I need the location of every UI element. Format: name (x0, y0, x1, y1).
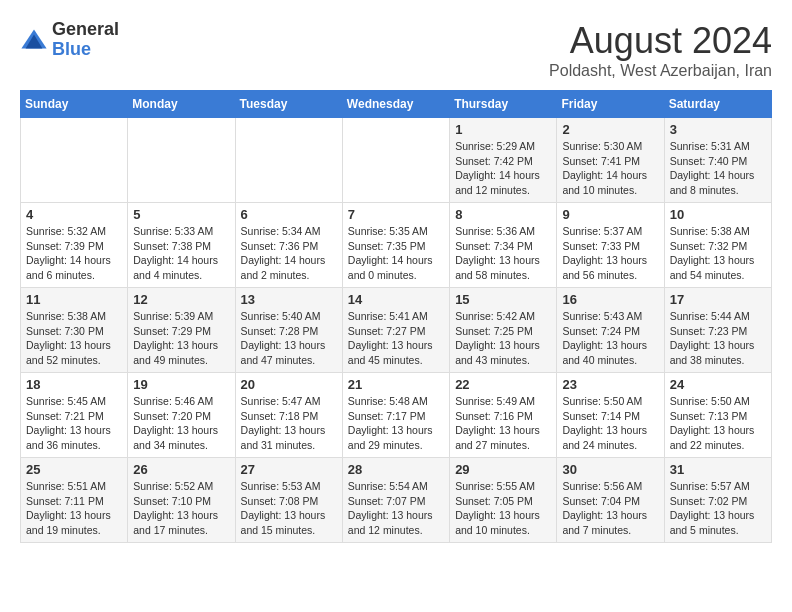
calendar-cell: 3Sunrise: 5:31 AMSunset: 7:40 PMDaylight… (664, 118, 771, 203)
cell-content: Sunrise: 5:52 AMSunset: 7:10 PMDaylight:… (133, 479, 229, 538)
day-number: 8 (455, 207, 551, 222)
day-number: 28 (348, 462, 444, 477)
calendar-cell: 5Sunrise: 5:33 AMSunset: 7:38 PMDaylight… (128, 203, 235, 288)
day-number: 3 (670, 122, 766, 137)
cell-content: Sunrise: 5:47 AMSunset: 7:18 PMDaylight:… (241, 394, 337, 453)
day-number: 14 (348, 292, 444, 307)
day-number: 27 (241, 462, 337, 477)
cell-content: Sunrise: 5:50 AMSunset: 7:14 PMDaylight:… (562, 394, 658, 453)
header-tuesday: Tuesday (235, 91, 342, 118)
cell-content: Sunrise: 5:46 AMSunset: 7:20 PMDaylight:… (133, 394, 229, 453)
day-number: 1 (455, 122, 551, 137)
header-row: Sunday Monday Tuesday Wednesday Thursday… (21, 91, 772, 118)
calendar-cell: 1Sunrise: 5:29 AMSunset: 7:42 PMDaylight… (450, 118, 557, 203)
cell-content: Sunrise: 5:29 AMSunset: 7:42 PMDaylight:… (455, 139, 551, 198)
cell-content: Sunrise: 5:39 AMSunset: 7:29 PMDaylight:… (133, 309, 229, 368)
cell-content: Sunrise: 5:41 AMSunset: 7:27 PMDaylight:… (348, 309, 444, 368)
header-wednesday: Wednesday (342, 91, 449, 118)
calendar-cell: 26Sunrise: 5:52 AMSunset: 7:10 PMDayligh… (128, 458, 235, 543)
day-number: 31 (670, 462, 766, 477)
header-friday: Friday (557, 91, 664, 118)
day-number: 5 (133, 207, 229, 222)
day-number: 23 (562, 377, 658, 392)
logo-text: General Blue (52, 20, 119, 60)
cell-content: Sunrise: 5:44 AMSunset: 7:23 PMDaylight:… (670, 309, 766, 368)
header-sunday: Sunday (21, 91, 128, 118)
calendar-cell: 28Sunrise: 5:54 AMSunset: 7:07 PMDayligh… (342, 458, 449, 543)
cell-content: Sunrise: 5:36 AMSunset: 7:34 PMDaylight:… (455, 224, 551, 283)
day-number: 19 (133, 377, 229, 392)
day-number: 15 (455, 292, 551, 307)
calendar-week-4: 25Sunrise: 5:51 AMSunset: 7:11 PMDayligh… (21, 458, 772, 543)
calendar-cell: 25Sunrise: 5:51 AMSunset: 7:11 PMDayligh… (21, 458, 128, 543)
cell-content: Sunrise: 5:33 AMSunset: 7:38 PMDaylight:… (133, 224, 229, 283)
calendar-cell: 4Sunrise: 5:32 AMSunset: 7:39 PMDaylight… (21, 203, 128, 288)
day-number: 21 (348, 377, 444, 392)
cell-content: Sunrise: 5:32 AMSunset: 7:39 PMDaylight:… (26, 224, 122, 283)
day-number: 16 (562, 292, 658, 307)
day-number: 30 (562, 462, 658, 477)
calendar-week-1: 4Sunrise: 5:32 AMSunset: 7:39 PMDaylight… (21, 203, 772, 288)
cell-content: Sunrise: 5:56 AMSunset: 7:04 PMDaylight:… (562, 479, 658, 538)
cell-content: Sunrise: 5:49 AMSunset: 7:16 PMDaylight:… (455, 394, 551, 453)
day-number: 22 (455, 377, 551, 392)
calendar-cell: 6Sunrise: 5:34 AMSunset: 7:36 PMDaylight… (235, 203, 342, 288)
calendar-cell: 17Sunrise: 5:44 AMSunset: 7:23 PMDayligh… (664, 288, 771, 373)
calendar-cell (342, 118, 449, 203)
calendar-header: Sunday Monday Tuesday Wednesday Thursday… (21, 91, 772, 118)
title-block: August 2024 Poldasht, West Azerbaijan, I… (549, 20, 772, 80)
calendar-cell: 27Sunrise: 5:53 AMSunset: 7:08 PMDayligh… (235, 458, 342, 543)
calendar-cell: 24Sunrise: 5:50 AMSunset: 7:13 PMDayligh… (664, 373, 771, 458)
calendar-cell: 2Sunrise: 5:30 AMSunset: 7:41 PMDaylight… (557, 118, 664, 203)
cell-content: Sunrise: 5:34 AMSunset: 7:36 PMDaylight:… (241, 224, 337, 283)
day-number: 26 (133, 462, 229, 477)
cell-content: Sunrise: 5:38 AMSunset: 7:32 PMDaylight:… (670, 224, 766, 283)
cell-content: Sunrise: 5:40 AMSunset: 7:28 PMDaylight:… (241, 309, 337, 368)
calendar-cell: 31Sunrise: 5:57 AMSunset: 7:02 PMDayligh… (664, 458, 771, 543)
cell-content: Sunrise: 5:37 AMSunset: 7:33 PMDaylight:… (562, 224, 658, 283)
subtitle: Poldasht, West Azerbaijan, Iran (549, 62, 772, 80)
day-number: 18 (26, 377, 122, 392)
cell-content: Sunrise: 5:54 AMSunset: 7:07 PMDaylight:… (348, 479, 444, 538)
calendar-cell: 9Sunrise: 5:37 AMSunset: 7:33 PMDaylight… (557, 203, 664, 288)
calendar-cell: 13Sunrise: 5:40 AMSunset: 7:28 PMDayligh… (235, 288, 342, 373)
cell-content: Sunrise: 5:50 AMSunset: 7:13 PMDaylight:… (670, 394, 766, 453)
calendar-cell: 12Sunrise: 5:39 AMSunset: 7:29 PMDayligh… (128, 288, 235, 373)
header-saturday: Saturday (664, 91, 771, 118)
day-number: 9 (562, 207, 658, 222)
cell-content: Sunrise: 5:30 AMSunset: 7:41 PMDaylight:… (562, 139, 658, 198)
calendar-cell: 14Sunrise: 5:41 AMSunset: 7:27 PMDayligh… (342, 288, 449, 373)
cell-content: Sunrise: 5:53 AMSunset: 7:08 PMDaylight:… (241, 479, 337, 538)
main-title: August 2024 (549, 20, 772, 62)
day-number: 17 (670, 292, 766, 307)
cell-content: Sunrise: 5:45 AMSunset: 7:21 PMDaylight:… (26, 394, 122, 453)
header-monday: Monday (128, 91, 235, 118)
cell-content: Sunrise: 5:35 AMSunset: 7:35 PMDaylight:… (348, 224, 444, 283)
calendar-cell: 30Sunrise: 5:56 AMSunset: 7:04 PMDayligh… (557, 458, 664, 543)
day-number: 4 (26, 207, 122, 222)
calendar-cell: 20Sunrise: 5:47 AMSunset: 7:18 PMDayligh… (235, 373, 342, 458)
day-number: 25 (26, 462, 122, 477)
calendar-cell: 16Sunrise: 5:43 AMSunset: 7:24 PMDayligh… (557, 288, 664, 373)
calendar-week-2: 11Sunrise: 5:38 AMSunset: 7:30 PMDayligh… (21, 288, 772, 373)
calendar-week-0: 1Sunrise: 5:29 AMSunset: 7:42 PMDaylight… (21, 118, 772, 203)
logo-general: General (52, 20, 119, 40)
day-number: 7 (348, 207, 444, 222)
cell-content: Sunrise: 5:42 AMSunset: 7:25 PMDaylight:… (455, 309, 551, 368)
calendar-cell (21, 118, 128, 203)
calendar-cell (128, 118, 235, 203)
calendar-cell: 29Sunrise: 5:55 AMSunset: 7:05 PMDayligh… (450, 458, 557, 543)
cell-content: Sunrise: 5:57 AMSunset: 7:02 PMDaylight:… (670, 479, 766, 538)
calendar-cell (235, 118, 342, 203)
calendar-cell: 22Sunrise: 5:49 AMSunset: 7:16 PMDayligh… (450, 373, 557, 458)
day-number: 20 (241, 377, 337, 392)
calendar-cell: 21Sunrise: 5:48 AMSunset: 7:17 PMDayligh… (342, 373, 449, 458)
calendar-cell: 18Sunrise: 5:45 AMSunset: 7:21 PMDayligh… (21, 373, 128, 458)
cell-content: Sunrise: 5:43 AMSunset: 7:24 PMDaylight:… (562, 309, 658, 368)
calendar-cell: 10Sunrise: 5:38 AMSunset: 7:32 PMDayligh… (664, 203, 771, 288)
calendar-cell: 15Sunrise: 5:42 AMSunset: 7:25 PMDayligh… (450, 288, 557, 373)
cell-content: Sunrise: 5:38 AMSunset: 7:30 PMDaylight:… (26, 309, 122, 368)
day-number: 24 (670, 377, 766, 392)
logo-icon (20, 26, 48, 54)
calendar-table: Sunday Monday Tuesday Wednesday Thursday… (20, 90, 772, 543)
